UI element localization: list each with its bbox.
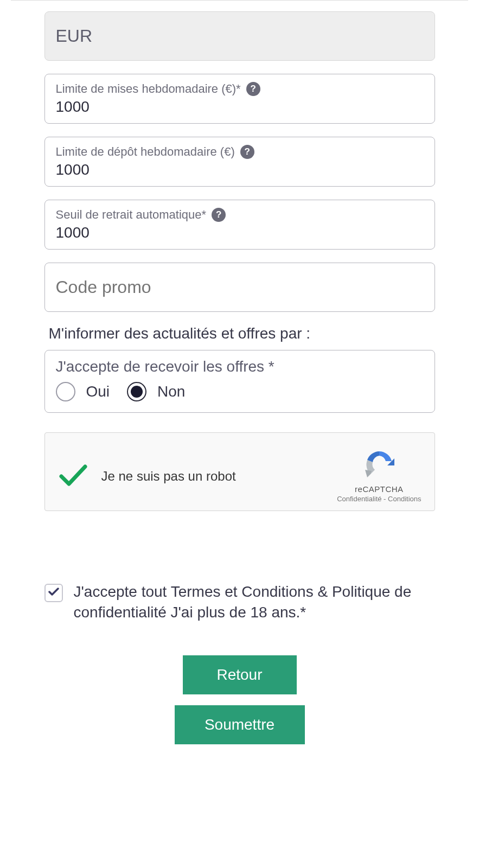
promo-input[interactable] xyxy=(56,277,424,297)
recaptcha-widget[interactable]: Je ne suis pas un robot reCAPTCHA Confid… xyxy=(44,432,435,511)
withdrawal-threshold-input[interactable] xyxy=(56,224,424,241)
recaptcha-logo-icon xyxy=(363,473,395,481)
back-button[interactable]: Retour xyxy=(183,655,297,694)
terms-text: J'accepte tout Termes et Conditions & Po… xyxy=(74,582,435,623)
bet-limit-field[interactable]: Limite de mises hebdomadaire (€)* ? xyxy=(44,74,435,124)
help-icon[interactable]: ? xyxy=(246,82,260,96)
recaptcha-brand: reCAPTCHA xyxy=(337,484,421,494)
offers-optin-group: J'accepte de recevoir les offres * Oui N… xyxy=(44,350,435,413)
submit-button[interactable]: Soumettre xyxy=(175,705,305,744)
promo-field[interactable] xyxy=(44,263,435,312)
offers-radio-yes-label: Oui xyxy=(86,383,110,400)
checkmark-icon xyxy=(58,462,88,490)
deposit-limit-field[interactable]: Limite de dépôt hebdomadaire (€) ? xyxy=(44,137,435,187)
check-icon xyxy=(48,587,59,599)
help-icon[interactable]: ? xyxy=(212,208,226,222)
bet-limit-label: Limite de mises hebdomadaire (€)* xyxy=(56,82,241,96)
offers-question: J'accepte de recevoir les offres * xyxy=(56,358,424,375)
newsletter-section-label: M'informer des actualités et offres par … xyxy=(49,325,435,342)
withdrawal-threshold-field[interactable]: Seuil de retrait automatique* ? xyxy=(44,200,435,250)
offers-radio-yes[interactable] xyxy=(56,382,75,401)
offers-radio-no[interactable] xyxy=(127,382,146,401)
deposit-limit-label: Limite de dépôt hebdomadaire (€) xyxy=(56,145,235,159)
bet-limit-input[interactable] xyxy=(56,98,424,116)
deposit-limit-input[interactable] xyxy=(56,161,424,178)
currency-field: EUR xyxy=(44,11,435,61)
terms-checkbox[interactable] xyxy=(44,584,63,602)
recaptcha-label: Je ne suis pas un robot xyxy=(101,469,236,484)
help-icon[interactable]: ? xyxy=(240,145,254,159)
withdrawal-threshold-label: Seuil de retrait automatique* xyxy=(56,208,207,222)
currency-value: EUR xyxy=(56,26,93,46)
offers-radio-no-label: Non xyxy=(157,383,185,400)
recaptcha-links[interactable]: Confidentialité - Conditions xyxy=(337,495,421,503)
